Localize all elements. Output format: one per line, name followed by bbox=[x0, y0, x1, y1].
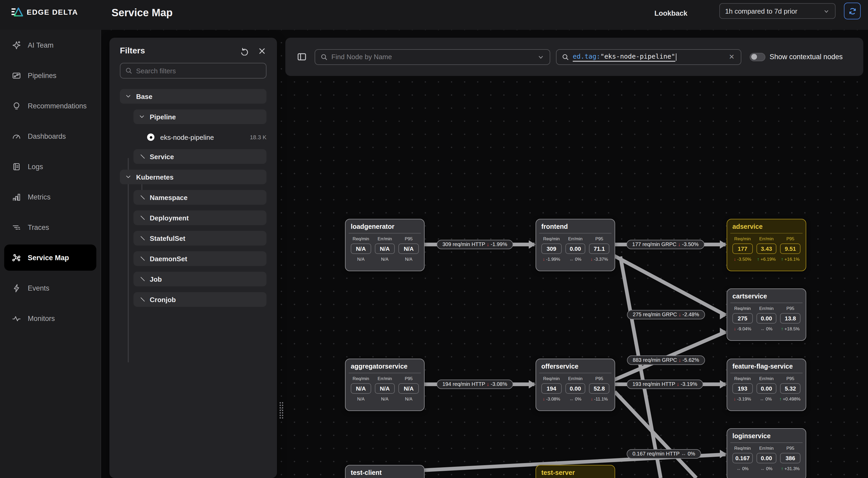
filter-group-deployment[interactable]: Deployment bbox=[133, 211, 267, 225]
panel-resize-handle[interactable] bbox=[279, 402, 284, 419]
filter-group-kubernetes[interactable]: Kubernetes bbox=[120, 170, 267, 184]
metric-delta: ↔ 0% bbox=[565, 396, 585, 402]
delta-down-arrow-icon: ↓ bbox=[734, 257, 736, 262]
lookback-select[interactable]: 1h compared to 7d prior bbox=[719, 3, 836, 19]
filter-group-cronjob[interactable]: Cronjob bbox=[133, 292, 267, 307]
map-query-input[interactable]: ed.tag:"eks-node-pipeline" ✕ bbox=[556, 49, 741, 65]
text-caret bbox=[676, 53, 676, 61]
sidebar-item-service-map[interactable]: Service Map bbox=[4, 245, 96, 271]
refresh-button[interactable] bbox=[844, 3, 861, 20]
filters-tree: BasePipeline eks-node-pipeline 18.3 KSer… bbox=[120, 89, 267, 307]
edge-delta-logo-icon bbox=[11, 7, 23, 17]
metric-delta: N/A bbox=[351, 396, 371, 402]
filter-group-namespace[interactable]: Namespace bbox=[133, 190, 267, 205]
filter-group-service[interactable]: Service bbox=[133, 149, 267, 164]
sidebar-item-label: Pipelines bbox=[28, 71, 57, 79]
metric-header: P95 bbox=[780, 446, 801, 451]
metric-value: 0.167 bbox=[733, 453, 752, 463]
filter-group-base[interactable]: Base bbox=[120, 89, 267, 104]
metric-value: 275 bbox=[733, 313, 752, 324]
service-node-cartservice[interactable]: cartserviceReq/minErr/minP952750.0013.8↓… bbox=[727, 288, 806, 341]
sidebar-item-label: AI Team bbox=[28, 41, 54, 49]
filter-group-label: StatefulSet bbox=[150, 234, 185, 242]
metric-value: 0.00 bbox=[565, 244, 585, 254]
chevron-down-icon bbox=[537, 53, 545, 61]
filter-option-label: eks-node-pipeline bbox=[160, 133, 250, 141]
pipelines-icon bbox=[12, 71, 21, 80]
metric-value: 13.8 bbox=[780, 313, 801, 324]
metric-value: 0.00 bbox=[756, 453, 776, 463]
map-toolbar: Find Node by Name ed.tag:"eks-node-pipel… bbox=[285, 38, 863, 76]
metric-value: 71.1 bbox=[589, 244, 609, 254]
radio-selected-icon[interactable] bbox=[147, 133, 154, 141]
sidebar-item-dashboards[interactable]: Dashboards bbox=[4, 123, 96, 149]
filter-group-statefulset[interactable]: StatefulSet bbox=[133, 231, 267, 246]
sidebar-item-metrics[interactable]: Metrics bbox=[4, 184, 96, 210]
node-title: feature-flag-service bbox=[733, 363, 801, 370]
show-contextual-nodes-toggle[interactable] bbox=[750, 53, 765, 61]
metric-header: P95 bbox=[399, 376, 419, 381]
chev-right-icon bbox=[139, 276, 145, 282]
metric-value: 3.43 bbox=[756, 244, 776, 254]
sidebar-item-label: Logs bbox=[28, 163, 43, 170]
service-node-loginservice[interactable]: loginserviceReq/minErr/minP950.1670.0038… bbox=[727, 428, 806, 478]
filter-group-pipeline[interactable]: Pipeline bbox=[133, 109, 267, 124]
search-filters-input[interactable]: Search filters bbox=[120, 63, 267, 78]
sidebar-item-recommendations[interactable]: Recommendations bbox=[4, 93, 96, 119]
chev-right-icon bbox=[139, 194, 145, 200]
delta-flat-arrow-icon: ↔ bbox=[761, 466, 765, 471]
metric-value: 5.32 bbox=[780, 383, 801, 394]
delta-down-arrow-icon: ↓ bbox=[591, 257, 593, 262]
service-node-offerservice[interactable]: offerserviceReq/minErr/minP951940.0052.8… bbox=[535, 359, 615, 411]
lookback-label: Lookback bbox=[654, 9, 687, 17]
filter-group-job[interactable]: Job bbox=[133, 272, 267, 286]
chev-right-icon bbox=[139, 255, 145, 262]
filters-title: Filters bbox=[120, 46, 231, 56]
metric-value: 9.51 bbox=[780, 244, 801, 254]
service-node-feature-flag-service[interactable]: feature-flag-serviceReq/minErr/minP95193… bbox=[727, 359, 806, 411]
dashboards-icon bbox=[12, 132, 21, 140]
tree-guide-line bbox=[128, 158, 128, 362]
sidebar-item-label: Recommendations bbox=[28, 102, 87, 110]
sidebar-item-pipelines[interactable]: Pipelines bbox=[4, 62, 96, 89]
filter-group-label: Namespace bbox=[150, 193, 188, 201]
metric-delta: ↓ -3.37% bbox=[589, 257, 609, 262]
filter-group-daemonset[interactable]: DaemonSet bbox=[133, 251, 267, 266]
metric-header: Err/min bbox=[565, 236, 585, 241]
filter-option-eks-node-pipeline[interactable]: eks-node-pipeline 18.3 K bbox=[147, 130, 267, 145]
sidebar-item-events[interactable]: Events bbox=[4, 275, 96, 301]
close-filters-icon[interactable] bbox=[257, 46, 267, 55]
metric-header: Err/min bbox=[756, 446, 776, 451]
metric-value: N/A bbox=[399, 244, 419, 254]
delta-down-arrow-icon: ↓ bbox=[542, 396, 545, 402]
refresh-icon bbox=[848, 7, 856, 15]
reset-filters-icon[interactable] bbox=[240, 46, 249, 55]
metric-delta: ↔ 0% bbox=[756, 396, 776, 402]
metric-value: 386 bbox=[780, 453, 801, 463]
service-node-test-client[interactable]: test-client bbox=[345, 465, 425, 478]
node-divider bbox=[730, 302, 803, 303]
clear-query-button[interactable]: ✕ bbox=[728, 53, 736, 61]
metric-value: 194 bbox=[541, 383, 561, 394]
find-node-input[interactable]: Find Node by Name bbox=[315, 49, 550, 65]
service-node-test-server[interactable]: test-server bbox=[535, 465, 615, 478]
metric-value: N/A bbox=[375, 244, 395, 254]
delta-flat-arrow-icon: ↔ bbox=[681, 451, 686, 456]
service-node-aggregatorservice[interactable]: aggregatorserviceReq/minErr/minP95N/AN/A… bbox=[345, 359, 425, 411]
sidebar-item-traces[interactable]: Traces bbox=[4, 214, 96, 240]
sidebar-item-ai-team[interactable]: AI Team bbox=[4, 32, 96, 58]
metric-value: 0.00 bbox=[756, 383, 776, 394]
delta-down-arrow-icon: ↓ bbox=[679, 357, 681, 363]
sidebar-item-monitors[interactable]: Monitors bbox=[4, 305, 96, 331]
service-node-loadgenerator[interactable]: loadgeneratorReq/minErr/minP95N/AN/AN/AN… bbox=[345, 219, 425, 271]
service-node-frontend[interactable]: frontendReq/minErr/minP953090.0071.1↓ -1… bbox=[535, 219, 615, 271]
delta-up-arrow-icon: ↑ bbox=[779, 396, 782, 402]
filter-group-label: Service bbox=[150, 153, 174, 160]
toggle-filters-panel-button[interactable] bbox=[297, 52, 307, 62]
delta-up-arrow-icon: ↑ bbox=[781, 466, 783, 471]
metric-header: P95 bbox=[399, 236, 419, 241]
sidebar-item-logs[interactable]: Logs bbox=[4, 153, 96, 180]
service-node-adservice[interactable]: adserviceReq/minErr/minP951773.439.51↓ -… bbox=[727, 219, 806, 271]
delta-down-arrow-icon: ↓ bbox=[678, 241, 681, 247]
metric-header: P95 bbox=[780, 376, 801, 381]
